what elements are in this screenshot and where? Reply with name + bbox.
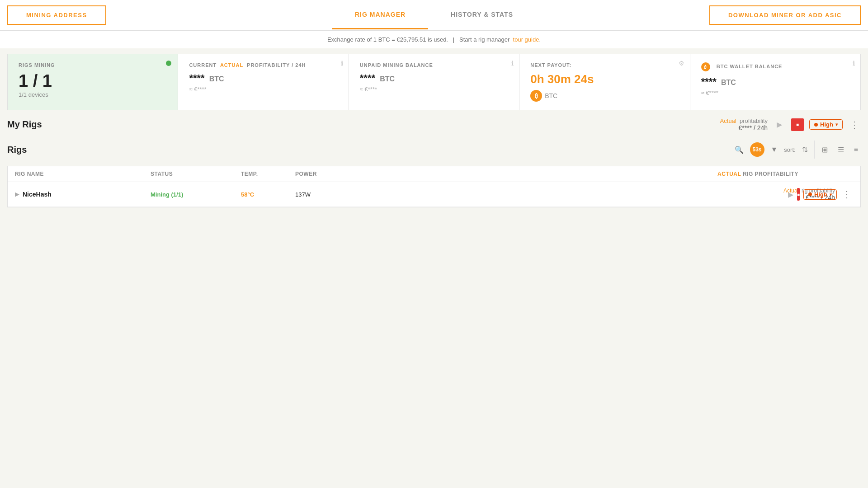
info-icon-balance[interactable]: ℹ [511,60,514,67]
rig-table: Rig name Status Temp. Power Actual rig p… [7,166,861,207]
sort-label: sort: [784,146,795,153]
tab-history-stats[interactable]: HISTORY & STATS [428,1,536,29]
stat-card-unpaid-balance: ℹ UNPAID MINING BALANCE **** BTC ≈ €**** [349,54,519,110]
rigs-title: Rigs [7,145,27,155]
my-rigs-stop-button[interactable]: ■ [791,118,804,131]
next-payout-label: NEXT PAYOUT: [530,62,679,68]
rig-name: NiceHash [23,191,52,198]
my-rigs-profitability-value: €**** / 24h [720,124,768,131]
col-header-power: Power [295,171,349,177]
tour-guide-link[interactable]: tour guide [513,36,539,43]
view-grid-button[interactable]: ⊞ [819,144,830,156]
rigs-mining-count: 1 / 1 [19,72,167,89]
download-miner-button[interactable]: DOWNLOAD MINER OR ADD ASIC [709,5,861,25]
col-header-rig-name: Rig name [15,171,151,177]
col-header-profitability: Actual rig profitability [717,171,835,177]
filter-button[interactable]: ▼ [769,144,780,155]
rig-name-cell: ▶ NiceHash [15,191,151,198]
chevron-down-icon: ▾ [835,122,838,127]
mining-address-button[interactable]: MINING ADDRESS [7,5,106,25]
btc-icon: ₿ [530,90,542,102]
rig-power: 137W [295,191,349,198]
view-compact-button[interactable]: ≡ [851,144,861,155]
stat-card-profitability: ℹ CURRENT ACTUAL PROFITABILITY / 24H ***… [178,54,349,110]
stat-card-btc-wallet: ℹ ₿ BTC WALLET BALANCE **** BTC ≈ €**** [690,54,860,110]
rig-chevron-down-icon: ▾ [830,192,832,197]
payout-currency: BTC [545,92,557,99]
info-icon-profitability[interactable]: ℹ [341,60,343,67]
my-rigs-high-badge[interactable]: High ▾ [809,119,843,130]
btc-wallet-value: **** BTC [701,76,849,88]
my-rigs-play-button[interactable]: ▶ [773,118,786,131]
stat-card-next-payout: ⚙ NEXT PAYOUT: 0h 30m 24s ₿ BTC [519,54,690,110]
stat-card-rigs-mining: RIGS MINING 1 / 1 1/1 devices [8,54,178,110]
col-header-empty [349,171,717,177]
tab-rig-manager[interactable]: RIG MANAGER [332,1,428,29]
next-payout-countdown: 0h 30m 24s [530,72,679,86]
profitability-sub: ≈ €**** [189,86,337,93]
exchange-rate-text: Exchange rate of 1 BTC = €25,795.51 is u… [327,36,448,43]
profitability-value: **** BTC [189,72,337,84]
view-divider [814,141,815,159]
rig-status: Mining (1/1) [151,191,241,198]
rigs-mining-label: RIGS MINING [19,62,167,68]
my-rigs-profitability-info: Actual profitability €**** / 24h [720,117,768,131]
col-header-actions [835,171,853,177]
my-rigs-header: My Rigs Actual profitability €**** / 24h… [7,117,861,131]
search-button[interactable]: 🔍 [733,144,745,156]
btc-wallet-icon: ₿ [701,62,710,71]
my-rigs-more-button[interactable]: ⋮ [848,119,861,130]
view-list-button[interactable]: ☰ [835,144,847,156]
sort-button[interactable]: ⇅ [800,144,810,156]
start-rig-text: Start a rig manager [459,36,509,43]
exchange-bar: Exchange rate of 1 BTC = €25,795.51 is u… [0,31,868,48]
col-header-temp: Temp. [241,171,295,177]
payout-btc-row: ₿ BTC [530,90,679,102]
my-rigs-profitability-label: Actual profitability [720,117,768,124]
rigs-section: Rigs 🔍 53s ▼ sort: ⇅ ⊞ ☰ ≡ Rig name Stat… [7,137,861,207]
my-rigs-title: My Rigs [7,119,42,130]
rig-temp: 58°C [241,191,295,198]
rig-row-controls: ▶ ■ High ▾ ⋮ [835,188,853,201]
my-rigs-right: Actual profitability €**** / 24h ▶ ■ Hig… [720,117,861,131]
rig-stop-button[interactable]: ■ [797,188,800,201]
period: . [539,36,541,43]
rig-table-header: Rig name Status Temp. Power Actual rig p… [8,166,860,182]
unpaid-balance-sub: ≈ €**** [360,86,508,93]
btc-wallet-label: ₿ BTC WALLET BALANCE [701,62,849,71]
high-dot-icon [814,123,818,127]
rig-high-dot-icon [808,192,812,196]
nav-tabs: RIG MANAGER HISTORY & STATS [332,1,536,29]
unpaid-balance-label: UNPAID MINING BALANCE [360,62,508,68]
rig-high-badge[interactable]: High ▾ [803,189,837,200]
rigs-devices: 1/1 devices [19,91,167,98]
my-rigs-section: My Rigs Actual profitability €**** / 24h… [7,117,861,131]
status-dot-green [166,61,171,66]
col-header-status: Status [151,171,241,177]
top-nav: MINING ADDRESS RIG MANAGER HISTORY & STA… [0,0,868,31]
rig-high-label: High [814,191,827,198]
rigs-controls: 🔍 53s ▼ sort: ⇅ ⊞ ☰ ≡ [733,141,861,159]
stats-row: RIGS MINING 1 / 1 1/1 devices ℹ CURRENT … [7,54,861,110]
info-icon-wallet[interactable]: ℹ [853,60,855,67]
gear-icon-payout[interactable]: ⚙ [679,60,684,67]
table-row: ▶ NiceHash Mining (1/1) 58°C 137W Actual… [8,182,860,207]
high-label: High [820,121,833,128]
btc-wallet-sub: ≈ €**** [701,89,849,96]
unpaid-balance-value: **** BTC [360,72,508,84]
profitability-label: CURRENT ACTUAL PROFITABILITY / 24H [189,62,337,68]
rig-play-button[interactable]: ▶ [788,188,793,201]
rig-row-chevron-icon[interactable]: ▶ [15,191,19,197]
refresh-timer-badge: 53s [750,142,764,157]
rig-more-button[interactable]: ⋮ [840,189,853,200]
rigs-header: Rigs 🔍 53s ▼ sort: ⇅ ⊞ ☰ ≡ [7,137,861,162]
